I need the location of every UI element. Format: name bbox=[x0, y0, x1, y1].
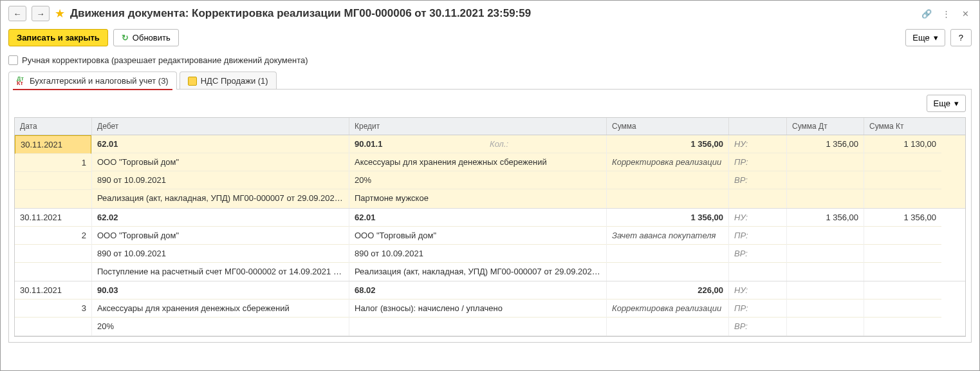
header-debit[interactable]: Дебет bbox=[92, 118, 349, 135]
cell-sum-desc: Корректировка реализации bbox=[607, 300, 728, 318]
more-label: Еще bbox=[912, 33, 929, 43]
refresh-label: Обновить bbox=[133, 33, 171, 43]
cell-sumdt-nu: 1 356,00 bbox=[787, 135, 864, 153]
cell-sumkt-nu: 1 356,00 bbox=[864, 209, 941, 227]
cell-sum: 1 356,00 bbox=[607, 135, 728, 153]
ind-vr: ВР: bbox=[729, 318, 786, 336]
ind-pr: ПР: bbox=[729, 227, 786, 245]
ind-nu: НУ: bbox=[729, 281, 786, 300]
more-button-1[interactable]: Еще ▾ bbox=[905, 29, 945, 46]
ind-nu: НУ: bbox=[729, 209, 786, 227]
ind-vr: ВР: bbox=[729, 245, 786, 263]
cell-debit-sub2: 20% bbox=[92, 318, 349, 336]
star-icon[interactable]: ★ bbox=[55, 6, 65, 21]
kebab-menu-icon[interactable]: ⋮ bbox=[939, 7, 952, 20]
cell-credit-sub1: ООО "Торговый дом" bbox=[349, 227, 606, 245]
more-button-2[interactable]: Еще ▾ bbox=[927, 95, 966, 112]
ind-nu: НУ: bbox=[729, 135, 786, 153]
cell-sum: 1 356,00 bbox=[607, 209, 728, 227]
cell-credit-acc: 68.02 bbox=[349, 281, 606, 300]
cell-credit-acc: 62.01 bbox=[349, 209, 606, 227]
cell-sumdt-nu bbox=[787, 281, 864, 300]
cell-debit-sub3: Реализация (акт, накладная, УПД) МГ00-00… bbox=[92, 189, 349, 207]
link-icon[interactable]: 🔗 bbox=[920, 7, 933, 20]
grid-header: Дата Дебет Кредит Сумма Сумма Дт Сумма К… bbox=[15, 118, 965, 135]
cell-credit-sub1: Аксессуары для хранения денежных сбереже… bbox=[349, 153, 606, 171]
kol-label: Кол.: bbox=[419, 139, 508, 149]
more-label-2: Еще bbox=[934, 99, 950, 108]
header-credit[interactable]: Кредит bbox=[349, 118, 607, 135]
cell-sum-desc: Корректировка реализации bbox=[607, 153, 728, 171]
cell-credit-sub3: Реализация (акт, накладная, УПД) МГ00-00… bbox=[349, 263, 606, 281]
page-title: Движения документа: Корректировка реализ… bbox=[70, 7, 531, 20]
header-sumdt[interactable]: Сумма Дт bbox=[787, 118, 864, 135]
chevron-down-icon: ▾ bbox=[934, 33, 938, 43]
cell-debit-acc: 90.03 bbox=[92, 281, 349, 300]
header-sumkt[interactable]: Сумма Кт bbox=[864, 118, 941, 135]
grid-row[interactable]: 30.11.2021 3 90.03 Аксессуары для хранен… bbox=[15, 281, 965, 336]
cell-sumdt-nu: 1 356,00 bbox=[787, 209, 864, 227]
cell-debit-sub1: ООО "Торговый дом" bbox=[92, 227, 349, 245]
help-button[interactable]: ? bbox=[950, 29, 972, 46]
cell-debit-acc: 62.01 bbox=[97, 139, 162, 149]
cell-sum: 226,00 bbox=[607, 281, 728, 300]
nav-forward-button[interactable]: → bbox=[32, 6, 50, 21]
tab-vat-label: НДС Продажи (1) bbox=[201, 76, 268, 86]
cell-date: 30.11.2021 bbox=[15, 209, 91, 227]
cell-idx: 1 bbox=[15, 154, 91, 172]
grid-row[interactable]: 30.11.2021 1 62.01 ООО "Торговый дом" 89… bbox=[15, 135, 965, 209]
cell-debit-acc: 62.02 bbox=[92, 209, 349, 227]
ind-pr: ПР: bbox=[729, 153, 786, 171]
header-sum[interactable]: Сумма bbox=[607, 118, 729, 135]
manual-edit-label: Ручная корректировка (разрешает редактир… bbox=[22, 55, 308, 65]
movements-grid: Дата Дебет Кредит Сумма Сумма Дт Сумма К… bbox=[14, 117, 966, 337]
cell-sumkt-nu bbox=[864, 281, 941, 300]
ind-pr: ПР: bbox=[729, 300, 786, 318]
cell-sumkt-nu: 1 130,00 bbox=[864, 135, 941, 153]
cell-credit-sub3: Партмоне мужское bbox=[349, 189, 606, 207]
grid-row[interactable]: 30.11.2021 2 62.02 ООО "Торговый дом" 89… bbox=[15, 209, 965, 281]
nav-back-button[interactable]: ← bbox=[8, 6, 26, 21]
cell-date: 30.11.2021 bbox=[15, 135, 91, 154]
ind-vr: ВР: bbox=[729, 171, 786, 189]
close-icon[interactable]: ✕ bbox=[959, 7, 972, 20]
cell-debit-sub1: ООО "Торговый дом" bbox=[92, 153, 349, 171]
save-close-button[interactable]: Записать и закрыть bbox=[8, 29, 108, 46]
cell-sum-desc: Зачет аванса покупателя bbox=[607, 227, 728, 245]
tab-accounting-label: Бухгалтерский и налоговый учет (3) bbox=[30, 76, 169, 86]
accounting-icon: ДтКт bbox=[17, 77, 26, 86]
manual-edit-checkbox[interactable] bbox=[8, 55, 18, 65]
cell-idx: 2 bbox=[15, 227, 91, 245]
cell-debit-sub1: Аксессуары для хранения денежных сбереже… bbox=[92, 300, 349, 318]
cell-credit-acc: 90.01.1 bbox=[355, 139, 419, 149]
chevron-down-icon-2: ▾ bbox=[954, 99, 959, 108]
refresh-button[interactable]: ↻ Обновить bbox=[113, 29, 179, 46]
tab-accounting[interactable]: ДтКт Бухгалтерский и налоговый учет (3) bbox=[8, 71, 177, 90]
vat-icon bbox=[188, 77, 197, 86]
tab-vat[interactable]: НДС Продажи (1) bbox=[180, 71, 277, 90]
cell-date: 30.11.2021 bbox=[15, 281, 91, 300]
cell-debit-sub2: 890 от 10.09.2021 bbox=[92, 171, 349, 189]
refresh-icon: ↻ bbox=[122, 33, 129, 43]
header-ind[interactable] bbox=[729, 118, 787, 135]
cell-credit-sub2: 890 от 10.09.2021 bbox=[349, 245, 606, 263]
header-date[interactable]: Дата bbox=[15, 118, 92, 135]
cell-debit-sub3: Поступление на расчетный счет МГ00-00000… bbox=[92, 263, 349, 281]
cell-debit-sub2: 890 от 10.09.2021 bbox=[92, 245, 349, 263]
cell-idx: 3 bbox=[15, 300, 91, 318]
cell-credit-sub2: 20% bbox=[349, 171, 606, 189]
cell-credit-sub1: Налог (взносы): начислено / уплачено bbox=[349, 300, 606, 318]
